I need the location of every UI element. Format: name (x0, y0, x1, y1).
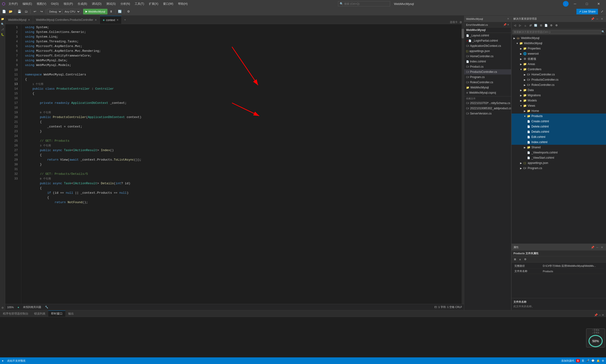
props-grid-btn[interactable]: ⊞ (512, 257, 517, 262)
settings-btn[interactable]: ⚙ (125, 9, 132, 15)
tree-create-cshtml[interactable]: 📄 Create.cshtml (512, 119, 606, 124)
file-item-layout[interactable]: 📄 _Layout.cshtml (464, 33, 511, 38)
activity-search[interactable]: 🔍 (0, 22, 5, 26)
scrollbar-thumb[interactable] (462, 29, 464, 38)
menu-file[interactable]: 文件(F) (7, 1, 19, 6)
pause-btn[interactable]: ⏸ (108, 9, 114, 15)
tree-project[interactable]: ▼ 📁 WebMvcMysql (512, 41, 606, 46)
props-minimize-btn[interactable]: ─ (595, 245, 599, 249)
file-list-close-icon[interactable]: ✕ (507, 17, 509, 20)
expand-btn[interactable]: ⤢ (599, 9, 605, 15)
run-button[interactable]: ▶ WebMvcMysql (83, 9, 108, 14)
menu-edit[interactable]: 编辑(E) (21, 1, 33, 6)
menu-help[interactable]: 帮助(H) (176, 1, 189, 6)
error-view-close-icon[interactable]: ✕ (507, 23, 509, 26)
activity-settings[interactable]: ⚙ (0, 305, 5, 310)
tab-settings-icon[interactable]: ⚙ (459, 21, 462, 24)
immediate-window-content[interactable] (0, 317, 606, 355)
tree-dependencies[interactable]: ▶ ⚙ 依赖项 (512, 56, 606, 62)
bottom-panel-pin-icon[interactable]: 📌 (594, 313, 598, 317)
tree-controllers[interactable]: ▼ 📁 Controllers (512, 67, 606, 72)
se-minimize-btn[interactable]: ─ (595, 17, 599, 21)
tree-details-cshtml[interactable]: 📄 Details.cshtml (512, 129, 606, 134)
se-collapse-btn[interactable]: ⊟ (539, 23, 543, 28)
activity-git[interactable]: ⎇ (0, 27, 5, 32)
tree-migrations[interactable]: ▶ 📁 Migrations (512, 93, 606, 98)
menu-window[interactable]: 窗口(W) (162, 1, 175, 6)
tree-productscontroller[interactable]: ▶ C# ProductsController.cs (512, 77, 606, 82)
file-item-loginpartial[interactable]: ↗ 📄 _LoginPartial.cshtml (464, 38, 511, 43)
code-content[interactable]: using System; using System.Collections.G… (21, 24, 462, 304)
open-btn[interactable]: 📂 (8, 9, 14, 15)
minimize-button[interactable]: ─ (569, 0, 580, 8)
bottom-panel-minimize-icon[interactable]: ─ (599, 313, 601, 317)
se-sync-btn[interactable]: ⇄ (528, 23, 533, 28)
new-file-btn[interactable]: 📄 (1, 9, 7, 15)
bottom-panel-close-icon[interactable]: ✕ (602, 313, 604, 317)
tree-models[interactable]: ▶ 📁 Models (512, 98, 606, 103)
file-item-migration2[interactable]: C# 20221010085302_addproduct.cs (464, 106, 511, 111)
add-tab-button[interactable]: + (122, 16, 128, 24)
save-all-btn[interactable]: 🗂 (23, 9, 29, 15)
menu-git[interactable]: Git(G) (50, 1, 60, 6)
debug-mode-select[interactable]: Debug (47, 9, 62, 14)
tree-products-folder[interactable]: ▼ 📁 Products (512, 114, 606, 119)
se-home-btn[interactable]: ⌂ (523, 23, 528, 28)
tab-package-manager[interactable]: 程序包管理器控制台 (0, 311, 31, 317)
file-item-dbcontext[interactable]: C# ApplicationDbContext.cs (464, 43, 511, 49)
file-item-rolescontroller[interactable]: C# RolesController.cs (464, 80, 511, 85)
tree-index-cshtml[interactable]: 📄 Index.cshtml (512, 140, 606, 145)
file-item-homecontroller[interactable]: C# HomeController.cs (464, 54, 511, 59)
close-button[interactable]: ✕ (593, 0, 604, 8)
menu-analyze[interactable]: 分析(N) (119, 1, 132, 6)
refresh-btn[interactable]: 🔄 (117, 9, 123, 15)
tree-appsettings[interactable]: ▶ { } appsettings.json (512, 160, 606, 166)
file-item-productscontroller[interactable]: C# ProductsController.cs (464, 69, 511, 75)
tree-data[interactable]: ▶ 📁 Data (512, 88, 606, 93)
tab-productscontroller[interactable]: WebMvcMysql.Controllers.ProductsControll… (33, 16, 100, 24)
tree-homecontroller[interactable]: ▶ C# HomeController.cs (512, 72, 606, 77)
menu-test[interactable]: 测试(S) (105, 1, 117, 6)
live-share-button[interactable]: ↗ Live Share (576, 9, 598, 14)
se-forward-btn[interactable]: ▷ (518, 23, 523, 28)
tree-root[interactable]: ▶ 🗂 WebMvcMysql (512, 36, 606, 41)
tree-programcs[interactable]: ▶ C# Program.cs (512, 166, 606, 171)
tree-viewimports[interactable]: 📄 _ViewImports.cshtml (512, 150, 606, 155)
file-item-appsettings[interactable]: { } appsettings.json (464, 49, 511, 54)
undo-btn[interactable]: ↩ (32, 9, 38, 15)
props-sort-btn[interactable]: ⚙ (523, 257, 528, 262)
file-item-product[interactable]: C# Product.cs (464, 64, 511, 69)
menu-build[interactable]: 生成(B) (76, 1, 89, 6)
tab-errors[interactable]: 错误列表 (31, 311, 48, 317)
se-back-btn[interactable]: ◁ (512, 23, 517, 28)
menu-extensions[interactable]: 扩展(X) (148, 1, 160, 6)
props-list-btn[interactable]: ≡ (518, 257, 523, 262)
tab-close-0[interactable]: ✕ (28, 18, 30, 22)
tree-properties[interactable]: ▶ 📁 Properties (512, 46, 606, 51)
tab-close-1[interactable]: ✕ (95, 18, 97, 22)
save-btn[interactable]: 💾 (16, 9, 23, 15)
maximize-button[interactable]: □ (581, 0, 592, 8)
props-close-btn[interactable]: ✕ (600, 245, 604, 249)
global-search-input[interactable] (344, 2, 389, 5)
menu-view[interactable]: 视图(V) (35, 1, 48, 6)
menu-project[interactable]: 项目(P) (62, 1, 74, 6)
tab-webmvcmysql[interactable]: WebMvcMysql ✕ (5, 16, 33, 24)
se-settings-btn[interactable]: ⚙ (554, 23, 559, 28)
se-pin-btn[interactable]: 📌 (590, 17, 595, 21)
se-refresh-btn[interactable]: 🔄 (533, 23, 538, 28)
error-view-pin-icon[interactable]: 📌 (503, 23, 507, 26)
tree-shared-folder[interactable]: ▶ 📁 Shared (512, 145, 606, 150)
tab-options-label[interactable]: 选项卡 (450, 20, 458, 24)
file-item-csproj[interactable]: ⚙ WebMvcMysql.csproj (464, 90, 511, 95)
tree-views[interactable]: ▼ 📁 Views (512, 103, 606, 108)
tree-home-folder[interactable]: ▶ 📁 Home (512, 108, 606, 114)
tab-output[interactable]: 输出 (65, 311, 77, 317)
se-show-files-btn[interactable]: 📄 (544, 23, 549, 28)
tree-rolescontroller[interactable]: ▶ C# RolesController.cs (512, 82, 606, 88)
tree-edit-cshtml[interactable]: 📄 Edit.cshtml (512, 134, 606, 140)
vertical-scrollbar[interactable] (462, 24, 464, 304)
menu-tools[interactable]: 工具(T) (133, 1, 145, 6)
tab-context[interactable]: ◈ context ✕ (100, 16, 122, 24)
file-item-serverversion[interactable]: C# ServerVersion.cs (464, 111, 511, 116)
